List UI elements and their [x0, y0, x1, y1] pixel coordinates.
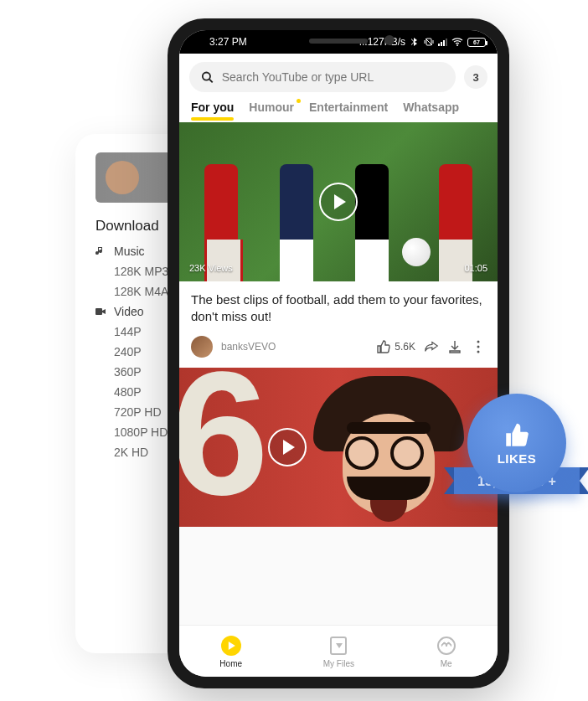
- more-button[interactable]: [471, 339, 486, 354]
- nav-label: Home: [219, 659, 242, 668]
- nav-home[interactable]: Home: [219, 635, 242, 668]
- download-icon: [447, 339, 462, 354]
- new-dot-icon: [297, 99, 301, 103]
- play-icon[interactable]: [319, 183, 358, 221]
- like-button[interactable]: 5.6K: [376, 339, 415, 354]
- search-icon: [201, 70, 214, 84]
- svg-rect-0: [95, 308, 102, 315]
- svg-point-2: [456, 44, 458, 46]
- share-button[interactable]: [424, 339, 439, 354]
- status-bar: 3:27 PM ...127KB/s 67: [179, 30, 498, 54]
- search-box[interactable]: [189, 62, 456, 92]
- nav-my-files[interactable]: My Files: [323, 635, 354, 668]
- tab-count-badge[interactable]: 3: [464, 65, 487, 89]
- search-row: 3: [179, 54, 498, 101]
- video-action-bar: banksVEVO 5.6K: [179, 332, 498, 368]
- music-note-icon: [95, 246, 106, 256]
- more-vertical-icon: [471, 339, 486, 354]
- thumbs-up-icon: [503, 421, 531, 450]
- video-title: The best clips of football, add them to …: [179, 281, 498, 332]
- category-tabs: For you Humour Entertainment Whatsapp: [179, 101, 498, 122]
- likes-label: LIKES: [498, 451, 537, 466]
- tab-whatsapp[interactable]: Whatsapp: [403, 101, 459, 114]
- vibrate-icon: [424, 37, 434, 47]
- video-views: 23K Views: [189, 263, 233, 273]
- wifi-icon: [451, 37, 463, 47]
- battery-icon: 67: [467, 38, 486, 47]
- search-input[interactable]: [222, 70, 444, 84]
- video-thumbnail[interactable]: 6: [179, 368, 498, 527]
- phone-screen: 3:27 PM ...127KB/s 67 3 For you Humour E…: [179, 30, 498, 677]
- video-label: Video: [114, 305, 144, 318]
- channel-name[interactable]: banksVEVO: [221, 341, 276, 353]
- tab-humour[interactable]: Humour: [249, 101, 294, 114]
- smiley-icon: [437, 637, 456, 655]
- share-icon: [424, 339, 439, 354]
- like-count: 5.6K: [395, 341, 415, 353]
- likes-circle: LIKES: [467, 394, 566, 492]
- tab-entertainment[interactable]: Entertainment: [309, 101, 388, 114]
- status-network-speed: ...127KB/s: [359, 36, 405, 48]
- bottom-nav: Home My Files Me: [179, 625, 498, 677]
- nav-me[interactable]: Me: [436, 635, 457, 668]
- download-button[interactable]: [447, 339, 462, 354]
- music-label: Music: [114, 245, 145, 258]
- svg-point-4: [477, 340, 480, 343]
- status-time: 3:27 PM: [209, 36, 247, 48]
- nav-label: Me: [441, 659, 452, 668]
- tab-for-you[interactable]: For you: [191, 101, 234, 114]
- channel-avatar[interactable]: [191, 336, 213, 358]
- bluetooth-icon: [410, 37, 420, 47]
- video-duration: 01:05: [464, 263, 487, 273]
- svg-point-6: [477, 350, 480, 353]
- video-thumbnail[interactable]: 23K Views 01:05: [179, 122, 498, 281]
- video-camera-icon: [95, 307, 106, 317]
- svg-point-3: [203, 73, 210, 80]
- files-icon: [330, 637, 347, 655]
- svg-point-5: [477, 345, 480, 348]
- nav-label: My Files: [323, 659, 354, 668]
- phone-frame: 3:27 PM ...127KB/s 67 3 For you Humour E…: [168, 18, 509, 688]
- video-card-1[interactable]: 23K Views 01:05 The best clips of footba…: [179, 122, 498, 368]
- video-card-2[interactable]: 6: [179, 368, 498, 527]
- likes-badge: LIKES 15,000,000 +: [454, 394, 580, 494]
- play-icon[interactable]: [268, 428, 307, 466]
- thumbs-up-icon: [376, 339, 391, 354]
- home-icon: [221, 636, 241, 656]
- signal-icon: [438, 39, 447, 46]
